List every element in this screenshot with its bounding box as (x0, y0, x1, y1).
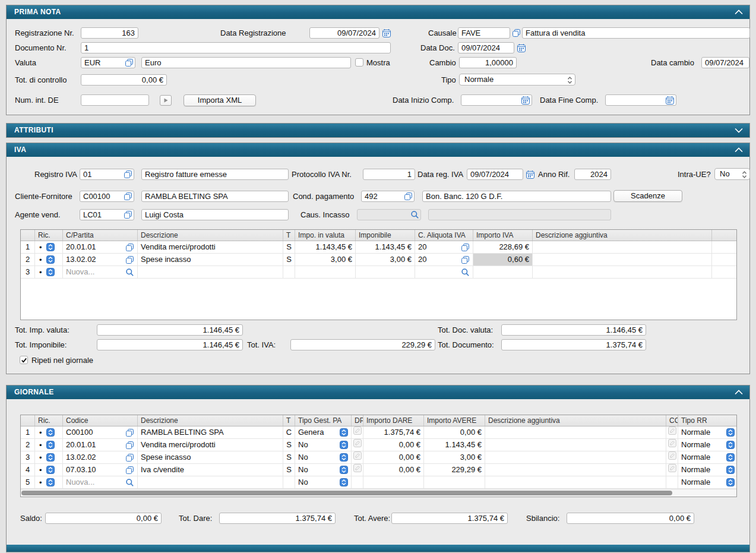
caus-incasso-desc-field[interactable] (428, 209, 611, 220)
cc-cell[interactable] (666, 426, 678, 438)
imponibile-cell[interactable] (356, 266, 415, 278)
tipo-pa-select[interactable]: No (295, 464, 352, 476)
ric-cell[interactable]: • (35, 266, 63, 278)
descrizione-cell[interactable]: Spese incasso (138, 254, 283, 266)
collapse-chevron-icon[interactable] (734, 390, 744, 395)
data-inizio-field[interactable] (461, 94, 532, 106)
link-icon[interactable] (125, 466, 134, 475)
link-icon[interactable] (404, 192, 413, 201)
importo-iva-cell-selected[interactable]: 0,60 € (473, 254, 533, 266)
t-cell[interactable]: S (283, 451, 295, 463)
collapse-chevron-icon[interactable] (734, 147, 744, 153)
tot-imp-valuta-field[interactable]: 1.146,45 € (97, 324, 243, 336)
cpartita-cell[interactable]: 20.01.01 (63, 241, 138, 253)
descrizione-cell[interactable] (138, 266, 283, 278)
codice-cell[interactable]: C00100 (63, 426, 138, 438)
row-type-badge-icon[interactable] (46, 255, 55, 264)
row-type-badge-icon[interactable] (46, 268, 55, 276)
codice-cell[interactable]: 07.03.10 (63, 464, 138, 476)
aliquota-cell[interactable] (415, 266, 473, 278)
sbilancio-field[interactable]: 0,00 € (567, 513, 694, 524)
t-cell[interactable]: S (283, 464, 295, 476)
desc-agg-cell[interactable] (485, 451, 666, 463)
dp-cell[interactable] (352, 464, 363, 476)
agente-code-field[interactable]: LC01 (80, 209, 134, 220)
prima-nota-header-bar[interactable]: PRIMA NOTA (7, 5, 749, 19)
calendar-icon[interactable] (521, 96, 530, 105)
tipo-pa-select[interactable]: No (295, 439, 352, 451)
attributi-header-bar[interactable]: ATTRIBUTI (7, 124, 749, 137)
tipo-rr-select[interactable]: Normale (678, 451, 737, 463)
t-cell[interactable]: S (283, 241, 295, 253)
intra-ue-select[interactable]: No (714, 168, 750, 180)
cc-cell[interactable] (666, 464, 678, 476)
imponibile-cell[interactable]: 3,00 € (356, 254, 415, 266)
ric-cell[interactable]: • (35, 241, 63, 253)
dp-cell[interactable] (352, 439, 363, 451)
row-type-badge-icon[interactable] (46, 441, 55, 449)
saldo-field[interactable]: 0,00 € (45, 513, 162, 524)
giornale-table-row[interactable]: 2 • 20.01.01 Vendita merci/prodotti S No… (21, 439, 736, 451)
expand-button[interactable] (160, 95, 172, 106)
data-registrazione-field[interactable]: 09/07/2024 (309, 27, 379, 39)
link-icon[interactable] (461, 243, 470, 252)
calendar-icon[interactable] (665, 96, 675, 105)
imponibile-cell[interactable]: 1.143,45 € (356, 241, 415, 253)
cond-pagamento-code-field[interactable]: 492 (361, 191, 415, 202)
iva-header-bar[interactable]: IVA (7, 143, 749, 157)
tipo-select[interactable]: Normale (459, 74, 575, 86)
ric-cell[interactable]: • (35, 439, 63, 451)
desc-agg-cell[interactable] (533, 254, 712, 266)
descrizione-cell[interactable]: Vendita merci/prodotti (138, 439, 283, 451)
cc-cell[interactable] (666, 451, 678, 463)
ric-cell[interactable]: • (35, 476, 63, 488)
descrizione-cell[interactable]: Spese incasso (138, 451, 283, 463)
documento-field[interactable]: 1 (81, 42, 391, 53)
agente-desc-field[interactable]: Luigi Costa (141, 209, 289, 220)
row-type-badge-icon[interactable] (46, 428, 55, 437)
row-type-badge-icon[interactable] (46, 466, 55, 474)
anno-rif-field[interactable]: 2024 (574, 169, 611, 180)
link-icon[interactable] (124, 192, 132, 201)
avere-cell[interactable]: 3,00 € (424, 451, 485, 463)
t-cell[interactable] (283, 476, 295, 488)
calendar-icon[interactable] (517, 43, 526, 53)
cliente-code-field[interactable]: C00100 (80, 191, 134, 202)
calendar-icon[interactable] (526, 170, 535, 179)
avere-cell[interactable]: 1.143,45 € (424, 439, 485, 451)
dare-cell[interactable]: 1.375,74 € (363, 426, 424, 438)
importo-iva-cell[interactable]: 228,69 € (473, 241, 533, 253)
ric-cell[interactable]: • (35, 464, 63, 476)
cpartita-cell[interactable]: Nuova... (63, 266, 138, 278)
cc-cell[interactable] (666, 439, 678, 451)
desc-agg-cell[interactable] (485, 426, 666, 438)
registro-iva-desc-field[interactable]: Registro fatture emesse (141, 169, 289, 180)
valuta-desc-field[interactable]: Euro (141, 57, 351, 68)
tot-avere-field[interactable]: 1.375,74 € (391, 513, 508, 524)
caus-incasso-code-field[interactable] (357, 209, 421, 220)
tipo-rr-select[interactable]: Normale (678, 476, 737, 488)
importa-xml-button[interactable]: Importa XML (184, 94, 256, 106)
avere-cell[interactable]: 229,29 € (424, 464, 485, 476)
avere-cell[interactable]: 0,00 € (424, 426, 485, 438)
ric-cell[interactable]: • (35, 451, 63, 463)
desc-agg-cell[interactable] (485, 476, 666, 488)
tipo-pa-select[interactable]: No (295, 451, 352, 463)
calendar-icon[interactable] (382, 29, 391, 38)
dare-cell[interactable]: 0,00 € (363, 439, 424, 451)
tipo-pa-select[interactable]: No (295, 476, 352, 488)
impo-valuta-cell[interactable]: 1.143,45 € (295, 241, 356, 253)
dare-cell[interactable] (363, 476, 424, 488)
descrizione-cell[interactable]: RAMBLA BELTING SPA (138, 426, 283, 438)
tipo-rr-select[interactable]: Normale (678, 464, 737, 476)
tot-documento-field[interactable]: 1.375,74 € (501, 339, 646, 350)
tot-imponibile-field[interactable]: 1.146,45 € (97, 339, 243, 350)
tot-controllo-field[interactable]: 0,00 € (81, 74, 167, 86)
dp-cell[interactable] (352, 476, 363, 488)
t-cell[interactable]: S (283, 254, 295, 266)
data-cambio-field[interactable]: 09/07/2024 (701, 57, 749, 68)
dp-cell[interactable] (352, 451, 363, 463)
row-type-badge-icon[interactable] (46, 243, 55, 251)
link-icon[interactable] (125, 255, 134, 264)
impo-valuta-cell[interactable]: 3,00 € (295, 254, 356, 266)
